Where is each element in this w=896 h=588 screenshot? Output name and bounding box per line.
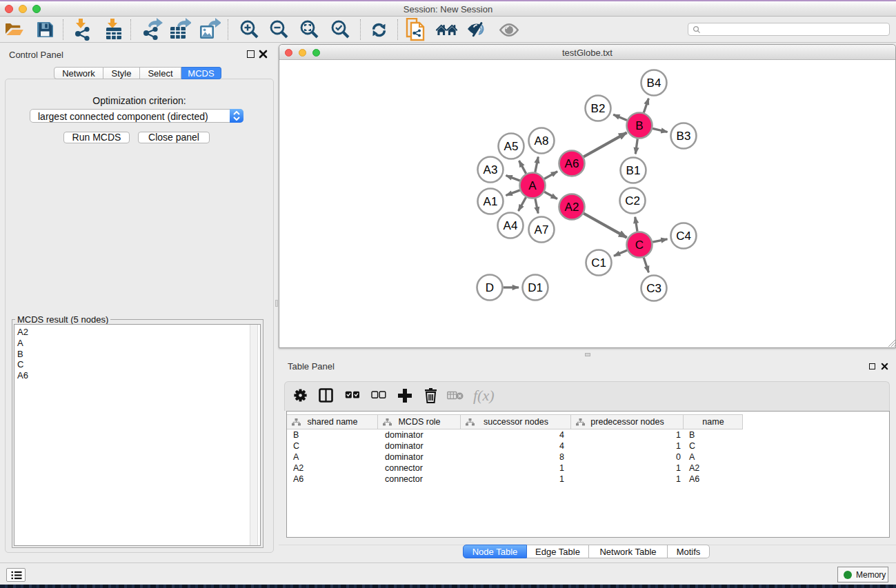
svg-text:D1: D1 [528,281,543,294]
svg-text:B2: B2 [591,102,606,115]
svg-text:C: C [635,239,644,252]
svg-text:D: D [486,281,494,294]
svg-text:C1: C1 [591,256,606,270]
svg-text:A5: A5 [504,140,519,153]
svg-text:C2: C2 [625,194,640,207]
svg-text:B1: B1 [626,164,641,177]
svg-text:A6: A6 [565,157,579,170]
svg-text:A1: A1 [484,195,498,208]
svg-text:A3: A3 [484,163,498,176]
svg-text:C4: C4 [676,230,691,243]
svg-text:A: A [528,179,537,192]
svg-text:A8: A8 [535,134,549,148]
svg-text:A7: A7 [535,223,549,236]
svg-text:C3: C3 [646,282,661,295]
svg-text:A4: A4 [504,219,518,232]
svg-text:A2: A2 [565,201,579,214]
svg-text:B3: B3 [677,130,691,143]
svg-text:B4: B4 [647,77,661,90]
svg-text:B: B [635,119,643,132]
